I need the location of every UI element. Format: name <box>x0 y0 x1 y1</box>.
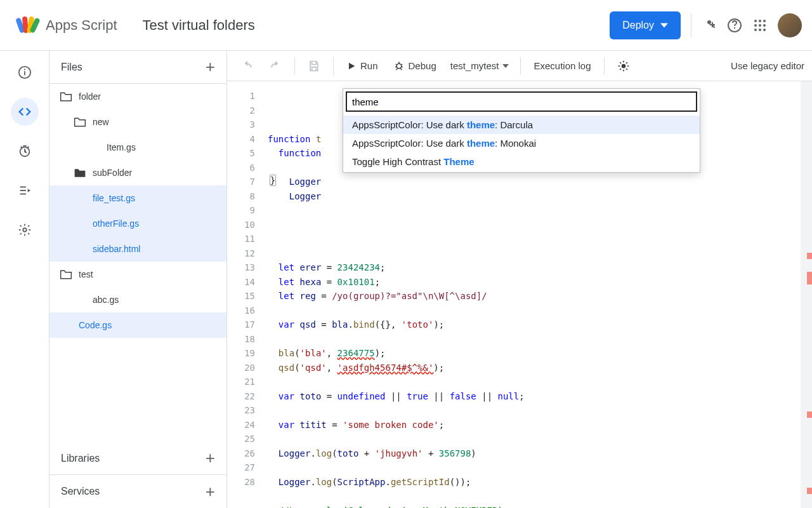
rail-editor[interactable] <box>11 98 39 126</box>
file-sidebar: Files + foldernewItem.gssubFolderfile_te… <box>49 51 227 508</box>
rail-settings[interactable] <box>11 216 39 244</box>
folder-new[interactable]: new <box>49 109 226 135</box>
add-library-button[interactable]: + <box>206 448 215 468</box>
palette-item[interactable]: Toggle High Contrast Theme <box>343 152 700 171</box>
svg-line-26 <box>626 69 627 70</box>
deploy-button[interactable]: Deploy <box>610 11 681 39</box>
svg-point-6 <box>759 20 761 22</box>
rail-executions[interactable] <box>11 177 39 204</box>
file-file_test-gs[interactable]: file_test.gs <box>49 185 226 211</box>
chevron-down-icon <box>502 64 509 68</box>
svg-line-27 <box>620 69 621 70</box>
libraries-section-header: Libraries + <box>49 442 226 475</box>
separator <box>520 57 521 75</box>
undo-button[interactable] <box>235 55 260 77</box>
share-icon[interactable] <box>702 18 717 33</box>
svg-point-7 <box>763 20 766 22</box>
line-gutter: 1234567891011121314151617181920212223242… <box>227 81 261 508</box>
editor-toolbar: Run Debug test_mytest Execution log Use … <box>227 51 812 81</box>
svg-point-11 <box>754 29 757 31</box>
debug-button[interactable]: Debug <box>387 55 443 77</box>
apps-grid-icon[interactable] <box>752 18 768 33</box>
legacy-editor-link[interactable]: Use legacy editor <box>731 60 804 71</box>
svg-point-18 <box>23 228 27 232</box>
save-button[interactable] <box>301 55 327 77</box>
redo-button[interactable] <box>263 55 288 77</box>
folder-subFolder[interactable]: subFolder <box>49 160 226 185</box>
app-header: Apps Script Test virtual folders Deploy <box>0 0 812 51</box>
folder-test[interactable]: test <box>49 262 226 287</box>
file-sidebar-html[interactable]: sidebar.html <box>49 236 226 262</box>
command-palette-input[interactable] <box>346 91 697 112</box>
rail-overview[interactable] <box>11 58 39 86</box>
theme-button[interactable] <box>611 55 636 77</box>
services-label: Services <box>61 486 100 497</box>
folder-folder[interactable]: folder <box>49 84 226 109</box>
function-selector[interactable]: test_mytest <box>445 60 514 71</box>
left-rail <box>0 51 49 508</box>
user-avatar[interactable] <box>778 13 802 37</box>
svg-point-5 <box>754 20 757 22</box>
svg-point-10 <box>763 24 766 27</box>
app-name: Apps Script <box>46 17 117 34</box>
svg-rect-15 <box>24 71 25 75</box>
palette-item[interactable]: AppsScriptColor: Use dark theme: Monokai <box>343 134 700 152</box>
files-label: Files <box>61 62 82 73</box>
app-logo[interactable]: Apps Script <box>15 13 117 38</box>
help-icon[interactable] <box>727 18 742 33</box>
divider <box>691 14 691 37</box>
svg-point-12 <box>759 29 761 31</box>
chevron-down-icon <box>660 22 668 29</box>
file-Code-gs[interactable]: Code.gs <box>49 312 226 338</box>
run-button[interactable]: Run <box>340 55 384 77</box>
file-tree: foldernewItem.gssubFolderfile_test.gsoth… <box>49 84 226 442</box>
file-Item-gs[interactable]: Item.gs <box>49 135 226 160</box>
files-section-header: Files + <box>49 51 226 84</box>
rail-triggers[interactable] <box>11 137 39 165</box>
add-file-button[interactable]: + <box>206 57 215 77</box>
svg-point-9 <box>759 24 761 27</box>
header-actions: Deploy <box>610 11 802 39</box>
svg-line-28 <box>626 62 627 64</box>
cursor-brace: } <box>270 175 276 186</box>
libraries-label: Libraries <box>61 453 100 464</box>
svg-point-20 <box>621 64 625 68</box>
svg-point-8 <box>754 24 757 27</box>
svg-line-25 <box>620 62 621 64</box>
separator <box>333 57 334 75</box>
file-abc-gs[interactable]: abc.gs <box>49 287 226 312</box>
file-otherFile-gs[interactable]: otherFile.gs <box>49 211 226 236</box>
separator <box>294 57 295 75</box>
add-service-button[interactable]: + <box>206 482 215 502</box>
apps-script-logo-icon <box>15 13 41 38</box>
svg-point-16 <box>23 69 25 70</box>
separator <box>604 57 605 75</box>
deploy-label: Deploy <box>622 20 654 31</box>
minimap[interactable] <box>801 81 812 508</box>
svg-point-13 <box>763 29 766 31</box>
services-section-header: Services + <box>49 475 226 508</box>
project-title[interactable]: Test virtual folders <box>143 17 255 34</box>
command-palette: AppsScriptColor: Use dark theme: Darcula… <box>343 88 700 173</box>
execution-log-button[interactable]: Execution log <box>527 55 597 77</box>
palette-item[interactable]: AppsScriptColor: Use dark theme: Darcula <box>343 116 700 134</box>
svg-point-19 <box>396 64 402 69</box>
command-palette-list: AppsScriptColor: Use dark theme: Darcula… <box>343 114 700 172</box>
